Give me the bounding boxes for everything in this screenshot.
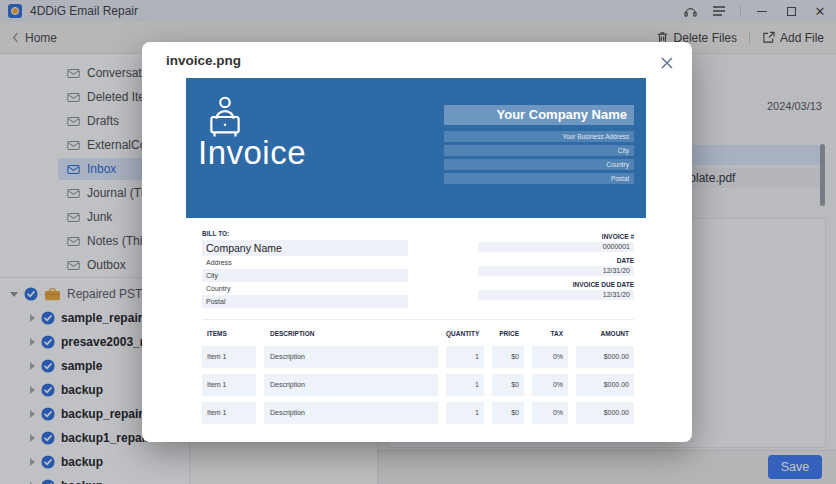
- invoice-meta: INVOICE # 0000001 DATE 12/31/20 INVOICE …: [478, 232, 634, 304]
- bill-to-country: Country: [202, 282, 408, 295]
- invoice-date-label: DATE: [478, 256, 634, 265]
- invoice-table-row: Item 1 Description 1 $0 0% $000.00: [202, 346, 634, 368]
- invoice-items-table: ITEMS DESCRIPTION QUANTITY PRICE TAX AMO…: [202, 330, 634, 430]
- invoice-heading: Invoice: [198, 134, 306, 172]
- invoice-table-header: ITEMS DESCRIPTION QUANTITY PRICE TAX AMO…: [202, 330, 634, 337]
- modal-title: invoice.png: [166, 53, 241, 68]
- invoice-header: Invoice Your Company Name Your Business …: [186, 78, 646, 218]
- invoice-table-row: Item 1 Description 1 $0 0% $000.00: [202, 374, 634, 396]
- bill-to-city: City: [202, 269, 408, 282]
- bill-to-fields: Company Name Address City Country Postal: [202, 240, 408, 308]
- company-address-line: Your Business Address: [444, 131, 634, 142]
- bill-to-company: Company Name: [202, 240, 408, 256]
- bill-to-postal: Postal: [202, 295, 408, 308]
- modal-close-icon[interactable]: [658, 54, 676, 72]
- invoice-date-value: 12/31/20: [478, 266, 634, 276]
- company-name: Your Company Name: [444, 105, 634, 125]
- bill-to-label: BILL TO:: [202, 230, 229, 237]
- invoice-due-date-label: INVOICE DUE DATE: [478, 280, 634, 289]
- company-city-line: City: [444, 145, 634, 156]
- app-window: 4DDiG Email Repair ✕: [0, 0, 836, 484]
- invoice-image: Invoice Your Company Name Your Business …: [186, 78, 646, 442]
- preview-modal: invoice.png Invoice Your Company: [142, 42, 692, 442]
- invoice-table-row: Item 1 Description 1 $0 0% $000.00: [202, 402, 634, 424]
- company-country-line: Country: [444, 159, 634, 170]
- bill-to-address: Address: [202, 256, 408, 269]
- invoice-number-label: INVOICE #: [478, 232, 634, 241]
- invoice-number-value: 0000001: [478, 242, 634, 252]
- invoice-divider: [202, 319, 634, 320]
- invoice-company-block: Your Company Name Your Business Address …: [444, 105, 634, 187]
- invoice-due-date-value: 12/31/20: [478, 290, 634, 300]
- company-postal-line: Postal: [444, 173, 634, 184]
